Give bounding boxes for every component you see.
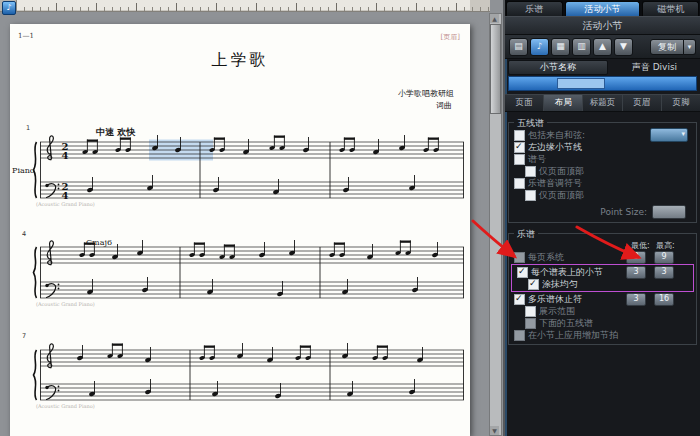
checkbox[interactable] bbox=[525, 166, 536, 177]
vertical-scrollbar[interactable]: ▲ ▼ bbox=[489, 13, 502, 436]
checkbox-label: 仅页面顶部 bbox=[539, 189, 584, 201]
checkbox-label: 左边缘小节线 bbox=[528, 141, 582, 153]
score-page: 2 4 2 4 bbox=[10, 24, 470, 436]
checkbox[interactable] bbox=[517, 267, 528, 278]
checkbox[interactable] bbox=[514, 142, 525, 153]
grid-view-button[interactable]: ▦ bbox=[551, 38, 570, 56]
notes[interactable] bbox=[79, 240, 439, 297]
system-brace bbox=[34, 350, 37, 400]
columns-view-button[interactable]: ▥ bbox=[572, 38, 591, 56]
checkbox-row-left-edge-barline[interactable]: 左边缘小节线 bbox=[509, 141, 696, 153]
checkbox-row-top-of-page-only[interactable]: 仅页面顶部 bbox=[509, 165, 696, 177]
move-down-button[interactable]: ▼ bbox=[614, 38, 633, 56]
checkbox[interactable] bbox=[514, 178, 525, 189]
copy-button[interactable]: 复制 bbox=[650, 39, 696, 55]
tab-score[interactable]: 乐谱 bbox=[506, 1, 563, 16]
checkbox[interactable] bbox=[514, 154, 525, 165]
annotation-highlight-box: 每个谱表上的小节 3 3 涂抹均匀 bbox=[511, 264, 694, 292]
checkbox[interactable] bbox=[514, 330, 525, 341]
copy-dropdown-caret-icon[interactable] bbox=[684, 39, 696, 55]
checkbox-row-key-signature[interactable]: 乐谱音调符号 bbox=[509, 177, 696, 189]
system-number-1: 1 bbox=[26, 124, 30, 132]
checkbox-row-staff-below[interactable]: 下面的五线谱 bbox=[509, 317, 696, 329]
instrument-label[interactable]: Piano bbox=[12, 166, 35, 175]
min-value-input[interactable]: 3 bbox=[626, 293, 646, 306]
staff-lines bbox=[40, 247, 464, 298]
list-view-button[interactable]: ▤ bbox=[509, 38, 528, 56]
staff-lines bbox=[40, 142, 464, 198]
measure-list-header: 小节名称 声音 Divisi bbox=[505, 59, 700, 76]
checkbox[interactable] bbox=[525, 318, 536, 329]
tab-active-measure[interactable]: 活动小节 bbox=[565, 1, 641, 16]
checkbox[interactable] bbox=[525, 306, 536, 317]
scroll-down-icon[interactable]: ▼ bbox=[490, 426, 499, 435]
max-value-input[interactable]: 3 bbox=[654, 266, 674, 279]
tab-tape-deck[interactable]: 磁带机 bbox=[642, 1, 699, 16]
scroll-up-icon[interactable]: ▲ bbox=[490, 14, 499, 23]
treble-clef-icon bbox=[47, 136, 53, 160]
checkbox-row-apply-added-beats[interactable]: 在小节上应用增加节拍 bbox=[509, 329, 696, 341]
subtab-layout[interactable]: 布局 bbox=[544, 95, 583, 111]
checkbox-row-multimeasure-rests[interactable]: 多乐谱休止符 3 16 bbox=[509, 293, 696, 305]
point-size-label: Point Size: bbox=[600, 207, 647, 217]
min-max-header-row: 最低: 最高: bbox=[509, 240, 696, 251]
subtab-footer[interactable]: 页脚 bbox=[662, 95, 700, 111]
note-mode-button[interactable]: ♪ bbox=[530, 38, 549, 56]
checkbox[interactable] bbox=[528, 279, 539, 290]
copy-button-label[interactable]: 复制 bbox=[650, 39, 684, 55]
score-system-3[interactable] bbox=[30, 338, 466, 416]
max-header: 最高: bbox=[656, 240, 674, 251]
time-signature-bottom-bass: 4 bbox=[62, 190, 69, 201]
tempo-marking[interactable]: 中速 欢快 bbox=[96, 126, 135, 139]
notes[interactable] bbox=[77, 343, 424, 399]
checkbox-row-top-of-page-only-2[interactable]: 仅页面顶部 bbox=[509, 189, 696, 201]
subtab-header[interactable]: 页眉 bbox=[623, 95, 662, 111]
checkbox[interactable] bbox=[514, 252, 525, 263]
measure-list-selected-row[interactable] bbox=[508, 76, 697, 91]
score-title[interactable]: 上学歌 bbox=[10, 50, 470, 71]
checkbox-label: 每页系统 bbox=[528, 251, 564, 263]
system-number-3: 7 bbox=[22, 332, 26, 340]
subtab-title-page[interactable]: 标题页 bbox=[583, 95, 622, 111]
move-up-button[interactable]: ▲ bbox=[593, 38, 612, 56]
measure-name-value[interactable] bbox=[557, 78, 605, 89]
checkbox-label: 涂抹均匀 bbox=[542, 278, 578, 290]
checkbox[interactable] bbox=[514, 294, 525, 305]
right-panel: 乐谱 活动小节 磁带机 活动小节 ▤ ♪ ▦ ▥ ▲ ▼ 复制 小节名称 声音 … bbox=[505, 0, 700, 436]
min-value-input[interactable]: 3 bbox=[626, 266, 646, 279]
voice-header: 声音 Divisi bbox=[612, 61, 697, 74]
max-value-input[interactable]: 16 bbox=[654, 293, 674, 306]
checkbox-row-include-chords[interactable]: 包括来自和弦: bbox=[509, 129, 696, 141]
credit-line-1[interactable]: 小学歌唱教研组 bbox=[398, 88, 454, 99]
system-number-2: 4 bbox=[22, 230, 26, 238]
measure-toolbar: ▤ ♪ ▦ ▥ ▲ ▼ 复制 bbox=[505, 35, 700, 59]
checkbox-row-spread-evenly[interactable]: 涂抹均匀 bbox=[512, 278, 693, 290]
score-options-group: 乐谱 最低: 最高: 每页系统 2 9 每个谱表上的小节 3 3 bbox=[508, 233, 697, 345]
checkbox-row-show-range[interactable]: 展示范围 bbox=[509, 305, 696, 317]
checkbox-label: 在小节上应用增加节拍 bbox=[528, 329, 618, 341]
measure-range-label: 1—1 bbox=[18, 32, 34, 40]
instrument-sub-label: (Acoustic Grand Piano) bbox=[36, 201, 95, 207]
checkbox-row-measures-per-staff[interactable]: 每个谱表上的小节 3 3 bbox=[512, 266, 693, 278]
measure-name-header[interactable]: 小节名称 bbox=[508, 60, 608, 75]
credit-line-2[interactable]: 词曲 bbox=[436, 100, 452, 111]
checkbox-row-systems-per-page[interactable]: 每页系统 2 9 bbox=[509, 251, 696, 263]
staff-lines bbox=[40, 350, 464, 400]
checkbox-label: 多乐谱休止符 bbox=[528, 293, 582, 305]
min-header: 最低: bbox=[631, 240, 649, 251]
checkbox[interactable] bbox=[514, 130, 525, 141]
horizontal-ruler bbox=[16, 0, 490, 12]
point-size-input[interactable] bbox=[652, 205, 686, 219]
scrollbar-thumb[interactable] bbox=[490, 24, 501, 114]
checkbox[interactable] bbox=[525, 190, 536, 201]
chord-symbol[interactable]: Cmaj6 bbox=[86, 238, 112, 247]
checkbox-row-clef[interactable]: 谱号 bbox=[509, 153, 696, 165]
min-value-input[interactable]: 2 bbox=[626, 251, 646, 264]
panel-title: 活动小节 bbox=[505, 16, 700, 35]
score-group-legend: 乐谱 bbox=[514, 228, 538, 241]
max-value-input[interactable]: 9 bbox=[654, 251, 674, 264]
subtab-page[interactable]: 页面 bbox=[505, 95, 544, 111]
score-system-1[interactable]: 2 4 2 4 bbox=[30, 130, 466, 214]
chord-source-dropdown[interactable] bbox=[650, 128, 688, 142]
app-icon[interactable]: ♪ bbox=[2, 1, 16, 15]
